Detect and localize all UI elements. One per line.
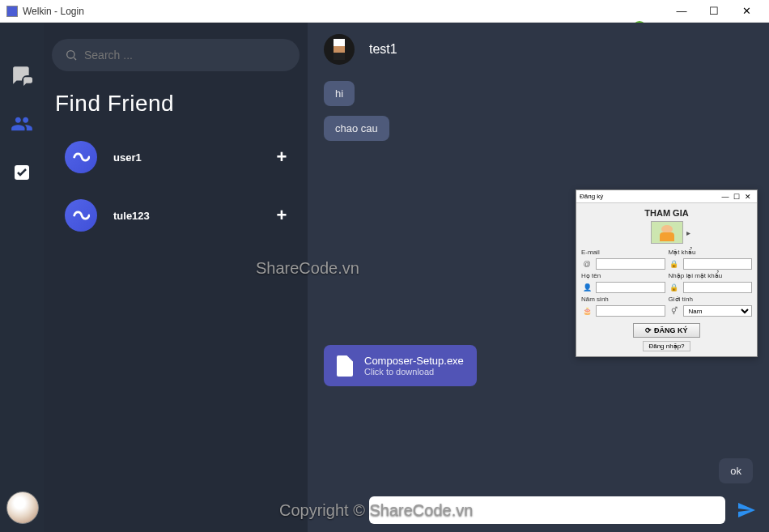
- window-titlebar: Welkin - Login — ☐ ✕: [0, 0, 769, 23]
- fullname-field[interactable]: [596, 282, 665, 293]
- label-birth: Năm sinh: [581, 296, 665, 303]
- section-title: Find Friend: [55, 91, 300, 117]
- lock-icon: 🔒: [669, 258, 680, 270]
- chat-header: test1: [308, 23, 769, 76]
- lock-icon: 🔒: [669, 282, 680, 293]
- file-icon: [337, 355, 353, 377]
- chevron-right-icon: ▸: [686, 228, 690, 237]
- friend-row[interactable]: user1 +: [52, 128, 300, 186]
- friend-avatar: [65, 141, 97, 173]
- email-field[interactable]: [596, 258, 665, 270]
- minimize-button[interactable]: —: [665, 1, 698, 22]
- cake-icon: 🎂: [581, 305, 593, 317]
- add-friend-button[interactable]: +: [272, 205, 291, 226]
- dialog-close[interactable]: ✕: [742, 193, 754, 201]
- window-title: Welkin - Login: [23, 6, 665, 17]
- nav-tasks[interactable]: [8, 159, 36, 186]
- nav-rail: [0, 23, 44, 532]
- friend-name: tule123: [113, 210, 272, 222]
- message-bubble: chao cau: [324, 116, 389, 141]
- message-bubble: hi: [324, 81, 355, 106]
- login-link[interactable]: Đăng nhập?: [643, 341, 690, 351]
- dialog-titlebar[interactable]: Đăng ký — ☐ ✕: [576, 190, 757, 203]
- file-attachment[interactable]: Composer-Setup.exe Click to download: [324, 345, 477, 386]
- repeat-password-field[interactable]: [683, 282, 753, 293]
- add-friend-button[interactable]: +: [272, 147, 291, 168]
- label-gender: Giới tính: [669, 296, 753, 303]
- chat-pane: test1 hi chao cau Đăng ký — ☐ ✕ THAM GIA…: [308, 23, 769, 532]
- password-field[interactable]: [683, 258, 753, 270]
- person-icon: 👤: [581, 282, 593, 293]
- message-bubble: ok: [719, 458, 753, 483]
- dialog-minimize[interactable]: —: [720, 193, 731, 201]
- gender-select[interactable]: Nam: [683, 305, 753, 317]
- message-list: hi chao cau Đăng ký — ☐ ✕ THAM GIA ▸ E-m…: [308, 76, 769, 488]
- at-icon: @: [581, 258, 593, 270]
- birthyear-field[interactable]: [596, 305, 665, 317]
- dialog-title-text: Đăng ký: [580, 193, 720, 200]
- dialog-maximize[interactable]: ☐: [731, 193, 742, 201]
- search-input[interactable]: [84, 49, 287, 62]
- svg-line-2: [74, 57, 76, 60]
- watermark-text: ShareCode.vn: [256, 259, 359, 278]
- friend-name: user1: [113, 151, 272, 164]
- file-name: Composer-Setup.exe: [364, 355, 464, 367]
- chat-username: test1: [369, 42, 397, 57]
- file-subtitle: Click to download: [364, 367, 464, 377]
- search-box[interactable]: [52, 39, 300, 71]
- close-button[interactable]: ✕: [730, 1, 763, 22]
- register-dialog: Đăng ký — ☐ ✕ THAM GIA ▸ E-mail Mật khẩu…: [576, 189, 758, 357]
- user-avatar[interactable]: [6, 492, 39, 524]
- gender-icon: ⚥: [669, 305, 680, 317]
- svg-point-1: [67, 51, 74, 58]
- nav-chat[interactable]: [8, 62, 36, 89]
- nav-friends[interactable]: [8, 110, 36, 138]
- profile-photo-placeholder[interactable]: ▸: [651, 221, 683, 244]
- search-icon: [65, 49, 78, 62]
- label-fullname: Họ tên: [581, 272, 665, 279]
- composer: Copyright © ShareCode.vn: [308, 488, 769, 532]
- dialog-heading: THAM GIA: [581, 208, 752, 218]
- friend-avatar: [65, 199, 97, 232]
- app-icon: [6, 6, 18, 17]
- label-email: E-mail: [581, 249, 665, 256]
- watermark-text: Copyright © ShareCode.vn: [279, 501, 473, 520]
- maximize-button[interactable]: ☐: [698, 1, 730, 22]
- chat-avatar[interactable]: [324, 34, 355, 65]
- label-password: Mật khẩu: [669, 249, 753, 256]
- label-repeat: Nhập lại mật khẩu: [669, 272, 753, 279]
- send-button[interactable]: [735, 499, 758, 521]
- send-icon: [737, 500, 756, 520]
- register-button[interactable]: ⟳ ĐĂNG KÝ: [633, 323, 699, 338]
- friend-row[interactable]: tule123 +: [52, 186, 300, 245]
